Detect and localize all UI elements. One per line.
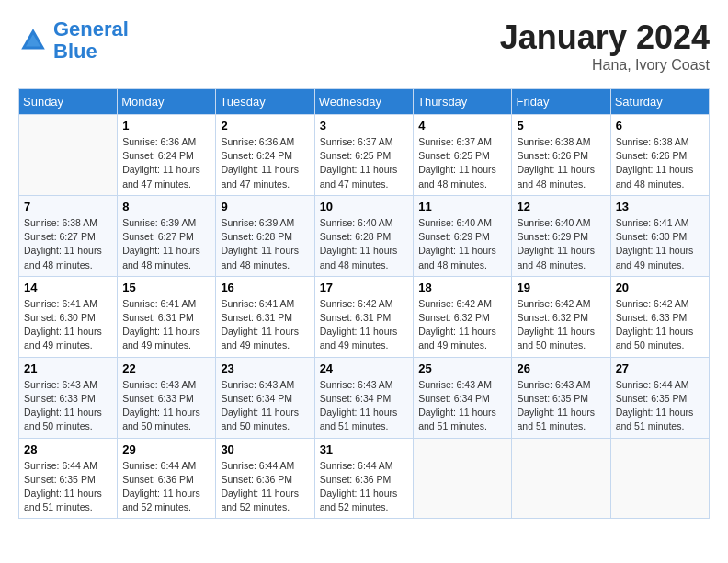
cell-sun-info: Sunrise: 6:43 AMSunset: 6:35 PMDaylight:…: [517, 378, 605, 434]
cell-sun-info: Sunrise: 6:43 AMSunset: 6:33 PMDaylight:…: [122, 378, 210, 434]
day-number: 11: [418, 200, 506, 213]
calendar-cell: 10Sunrise: 6:40 AMSunset: 6:28 PMDayligh…: [314, 195, 414, 276]
calendar-cell: 17Sunrise: 6:42 AMSunset: 6:31 PMDayligh…: [314, 276, 414, 357]
cell-sun-info: Sunrise: 6:44 AMSunset: 6:36 PMDaylight:…: [221, 459, 309, 515]
cell-sun-info: Sunrise: 6:44 AMSunset: 6:35 PMDaylight:…: [24, 459, 112, 515]
day-number: 13: [616, 200, 704, 213]
day-number: 20: [616, 281, 704, 294]
calendar-cell: 14Sunrise: 6:41 AMSunset: 6:30 PMDayligh…: [19, 276, 118, 357]
calendar-cell: 1Sunrise: 6:36 AMSunset: 6:24 PMDaylight…: [118, 115, 216, 196]
day-number: 30: [221, 442, 309, 456]
cell-sun-info: Sunrise: 6:42 AMSunset: 6:32 PMDaylight:…: [418, 297, 506, 353]
calendar-cell: 11Sunrise: 6:40 AMSunset: 6:29 PMDayligh…: [414, 195, 512, 276]
calendar-cell: 9Sunrise: 6:39 AMSunset: 6:28 PMDaylight…: [216, 195, 314, 276]
day-number: 18: [418, 281, 506, 294]
day-number: 26: [517, 362, 605, 375]
cell-sun-info: Sunrise: 6:41 AMSunset: 6:30 PMDaylight:…: [616, 216, 704, 272]
cell-sun-info: Sunrise: 6:36 AMSunset: 6:24 PMDaylight:…: [122, 135, 210, 191]
cell-sun-info: Sunrise: 6:39 AMSunset: 6:28 PMDaylight:…: [221, 216, 309, 272]
cell-sun-info: Sunrise: 6:42 AMSunset: 6:31 PMDaylight:…: [320, 297, 409, 353]
calendar-cell: [610, 438, 709, 519]
cell-sun-info: Sunrise: 6:43 AMSunset: 6:34 PMDaylight:…: [221, 378, 309, 434]
day-number: 24: [320, 362, 409, 375]
day-number: 29: [122, 442, 210, 456]
day-number: 31: [320, 442, 409, 456]
title-block: January 2024 Hana, Ivory Coast: [500, 18, 710, 74]
cell-sun-info: Sunrise: 6:44 AMSunset: 6:35 PMDaylight:…: [616, 378, 704, 434]
calendar-header-row: SundayMondayTuesdayWednesdayThursdayFrid…: [19, 89, 710, 115]
day-number: 14: [24, 281, 112, 294]
day-number: 1: [122, 119, 210, 132]
calendar-cell: 16Sunrise: 6:41 AMSunset: 6:31 PMDayligh…: [216, 276, 314, 357]
calendar-cell: 27Sunrise: 6:44 AMSunset: 6:35 PMDayligh…: [610, 357, 709, 438]
calendar-cell: 31Sunrise: 6:44 AMSunset: 6:36 PMDayligh…: [314, 438, 414, 519]
calendar-cell: 20Sunrise: 6:42 AMSunset: 6:33 PMDayligh…: [610, 276, 709, 357]
calendar-cell: 8Sunrise: 6:39 AMSunset: 6:27 PMDaylight…: [118, 195, 216, 276]
day-of-week-header: Monday: [118, 89, 216, 115]
cell-sun-info: Sunrise: 6:44 AMSunset: 6:36 PMDaylight:…: [122, 459, 210, 515]
cell-sun-info: Sunrise: 6:43 AMSunset: 6:34 PMDaylight:…: [320, 378, 409, 434]
day-of-week-header: Thursday: [414, 89, 512, 115]
calendar-cell: 2Sunrise: 6:36 AMSunset: 6:24 PMDaylight…: [216, 115, 314, 196]
cell-sun-info: Sunrise: 6:41 AMSunset: 6:30 PMDaylight:…: [24, 297, 112, 353]
calendar-cell: 28Sunrise: 6:44 AMSunset: 6:35 PMDayligh…: [19, 438, 118, 519]
day-number: 2: [221, 119, 309, 132]
day-number: 27: [616, 362, 704, 375]
calendar-cell: [414, 438, 512, 519]
cell-sun-info: Sunrise: 6:38 AMSunset: 6:27 PMDaylight:…: [24, 216, 112, 272]
day-number: 25: [418, 362, 506, 375]
location-subtitle: Hana, Ivory Coast: [500, 57, 710, 74]
cell-sun-info: Sunrise: 6:37 AMSunset: 6:25 PMDaylight:…: [320, 135, 409, 191]
calendar-cell: [19, 115, 118, 196]
day-number: 4: [418, 119, 506, 132]
logo: General Blue: [18, 18, 129, 63]
month-year-title: January 2024: [500, 18, 710, 57]
day-number: 16: [221, 281, 309, 294]
calendar-cell: [512, 438, 610, 519]
day-number: 17: [320, 281, 409, 294]
calendar-cell: 19Sunrise: 6:42 AMSunset: 6:32 PMDayligh…: [512, 276, 610, 357]
day-number: 28: [24, 442, 112, 456]
cell-sun-info: Sunrise: 6:44 AMSunset: 6:36 PMDaylight:…: [320, 459, 409, 515]
calendar-week-row: 14Sunrise: 6:41 AMSunset: 6:30 PMDayligh…: [19, 276, 710, 357]
calendar-cell: 29Sunrise: 6:44 AMSunset: 6:36 PMDayligh…: [118, 438, 216, 519]
day-number: 7: [24, 200, 112, 213]
day-number: 15: [122, 281, 210, 294]
day-number: 9: [221, 200, 309, 213]
calendar-cell: 24Sunrise: 6:43 AMSunset: 6:34 PMDayligh…: [314, 357, 414, 438]
calendar-table: SundayMondayTuesdayWednesdayThursdayFrid…: [18, 88, 710, 519]
calendar-cell: 22Sunrise: 6:43 AMSunset: 6:33 PMDayligh…: [118, 357, 216, 438]
calendar-cell: 18Sunrise: 6:42 AMSunset: 6:32 PMDayligh…: [414, 276, 512, 357]
calendar-cell: 26Sunrise: 6:43 AMSunset: 6:35 PMDayligh…: [512, 357, 610, 438]
day-number: 3: [320, 119, 409, 132]
logo-icon: [18, 26, 48, 55]
cell-sun-info: Sunrise: 6:40 AMSunset: 6:28 PMDaylight:…: [320, 216, 409, 272]
logo-text: General Blue: [53, 18, 129, 63]
day-number: 21: [24, 362, 112, 375]
day-number: 8: [122, 200, 210, 213]
calendar-cell: 13Sunrise: 6:41 AMSunset: 6:30 PMDayligh…: [610, 195, 709, 276]
calendar-cell: 15Sunrise: 6:41 AMSunset: 6:31 PMDayligh…: [118, 276, 216, 357]
cell-sun-info: Sunrise: 6:36 AMSunset: 6:24 PMDaylight:…: [221, 135, 309, 191]
cell-sun-info: Sunrise: 6:40 AMSunset: 6:29 PMDaylight:…: [418, 216, 506, 272]
day-of-week-header: Sunday: [19, 89, 118, 115]
day-number: 23: [221, 362, 309, 375]
calendar-cell: 6Sunrise: 6:38 AMSunset: 6:26 PMDaylight…: [610, 115, 709, 196]
cell-sun-info: Sunrise: 6:40 AMSunset: 6:29 PMDaylight:…: [517, 216, 605, 272]
day-number: 12: [517, 200, 605, 213]
cell-sun-info: Sunrise: 6:42 AMSunset: 6:33 PMDaylight:…: [616, 297, 704, 353]
calendar-week-row: 7Sunrise: 6:38 AMSunset: 6:27 PMDaylight…: [19, 195, 710, 276]
day-number: 6: [616, 119, 704, 132]
calendar-week-row: 1Sunrise: 6:36 AMSunset: 6:24 PMDaylight…: [19, 115, 710, 196]
day-number: 10: [320, 200, 409, 213]
day-of-week-header: Wednesday: [314, 89, 414, 115]
calendar-cell: 4Sunrise: 6:37 AMSunset: 6:25 PMDaylight…: [414, 115, 512, 196]
day-of-week-header: Friday: [512, 89, 610, 115]
cell-sun-info: Sunrise: 6:41 AMSunset: 6:31 PMDaylight:…: [221, 297, 309, 353]
calendar-cell: 25Sunrise: 6:43 AMSunset: 6:34 PMDayligh…: [414, 357, 512, 438]
day-number: 19: [517, 281, 605, 294]
page-header: General Blue January 2024 Hana, Ivory Co…: [18, 18, 710, 74]
cell-sun-info: Sunrise: 6:41 AMSunset: 6:31 PMDaylight:…: [122, 297, 210, 353]
cell-sun-info: Sunrise: 6:43 AMSunset: 6:34 PMDaylight:…: [418, 378, 506, 434]
cell-sun-info: Sunrise: 6:43 AMSunset: 6:33 PMDaylight:…: [24, 378, 112, 434]
